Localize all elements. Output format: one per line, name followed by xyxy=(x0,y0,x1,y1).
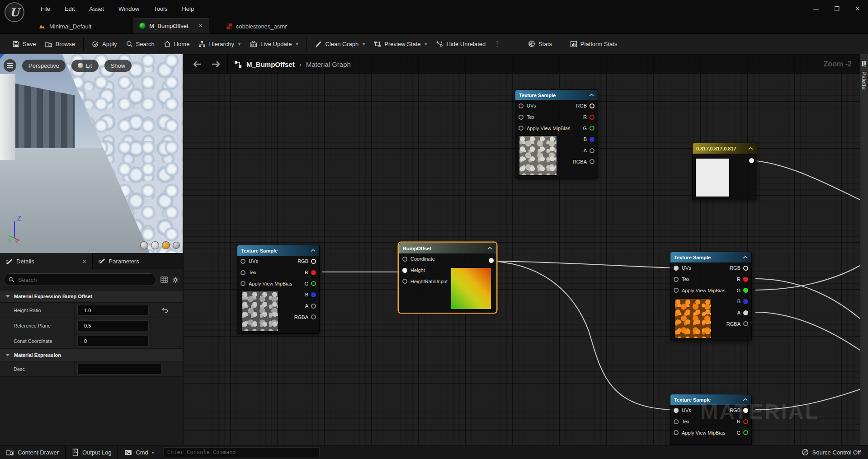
home-button[interactable]: Home xyxy=(159,38,194,50)
pin-uvs-input[interactable] xyxy=(674,408,679,413)
node-header[interactable]: 0.817,0.817,0.817 xyxy=(693,143,757,154)
pin-uvs-input[interactable] xyxy=(519,103,524,108)
pin-rgb-output[interactable] xyxy=(743,408,748,413)
pin-tex-input[interactable] xyxy=(241,270,245,275)
pin-height-input[interactable] xyxy=(402,268,407,273)
pin-b-output[interactable] xyxy=(743,299,748,304)
pin-r-output[interactable] xyxy=(743,277,748,282)
pin-a-output[interactable] xyxy=(311,304,316,309)
reference-plane-input[interactable]: 0.5 xyxy=(77,320,149,331)
height-ratio-input[interactable]: 1.0 xyxy=(77,305,149,316)
cylinder-shape-button[interactable] xyxy=(140,241,148,249)
perspective-button[interactable]: Perspective xyxy=(22,60,66,72)
pin-coordinate-input[interactable] xyxy=(402,257,407,262)
collapse-chevron-icon[interactable] xyxy=(487,247,492,250)
preview-viewport[interactable]: Perspective Lit Show Z y x xyxy=(0,54,183,253)
show-button[interactable]: Show xyxy=(104,60,132,72)
display-filter-icon[interactable] xyxy=(160,276,168,283)
pin-rgba-output[interactable] xyxy=(311,314,316,319)
pin-rgb-output[interactable] xyxy=(743,266,748,271)
details-close-icon[interactable]: ✕ xyxy=(82,258,86,265)
collapse-chevron-icon[interactable] xyxy=(589,94,594,97)
pin-result-output[interactable] xyxy=(489,258,494,263)
nav-forward-button[interactable] xyxy=(207,61,225,67)
unreal-logo-icon[interactable]: U xyxy=(5,2,24,22)
node-header[interactable]: Texture Sample xyxy=(670,252,751,262)
pin-g-output[interactable] xyxy=(743,288,748,293)
menu-asset[interactable]: Asset xyxy=(84,4,109,14)
pin-r-output[interactable] xyxy=(590,115,594,120)
source-control-button[interactable]: Source Control Off xyxy=(802,449,868,456)
hide-unrelated-button[interactable]: Hide Unrelated xyxy=(431,38,490,50)
hierarchy-button[interactable]: Hierarchy ▾ xyxy=(194,38,245,50)
pin-value-output[interactable] xyxy=(749,158,754,163)
pin-rgb-output[interactable] xyxy=(311,259,316,264)
tab-close-icon[interactable]: ✕ xyxy=(198,23,203,29)
live-update-button[interactable]: Live Update ▾ xyxy=(245,38,302,50)
desc-input[interactable] xyxy=(77,364,161,375)
node-header[interactable]: Texture Sample xyxy=(670,394,751,405)
preview-state-button[interactable]: Preview State ▾ xyxy=(369,38,431,50)
collapse-chevron-icon[interactable] xyxy=(743,256,748,259)
node-header[interactable]: BumpOffset xyxy=(399,243,496,253)
palette-tab[interactable]: Palette xyxy=(861,71,868,89)
pin-tex-input[interactable] xyxy=(674,277,679,282)
pin-rgb-output[interactable] xyxy=(590,103,594,108)
tab-m-bumpoffset[interactable]: M_BumpOffset ✕ xyxy=(133,18,209,33)
section-material-expression[interactable]: Material Expression xyxy=(0,349,183,361)
tab-cobblestones-asmr[interactable]: cobblestones_asmr xyxy=(220,19,293,33)
sphere-shape-button[interactable] xyxy=(151,241,159,249)
search-button[interactable]: Search xyxy=(122,38,159,50)
node-header[interactable]: Texture Sample xyxy=(515,90,598,100)
console-command-input[interactable] xyxy=(163,447,320,457)
breadcrumb-material-graph[interactable]: Material Graph xyxy=(306,61,351,68)
close-button[interactable]: ✕ xyxy=(847,2,868,15)
tab-parameters[interactable]: Parameters xyxy=(92,253,183,269)
content-drawer-button[interactable]: Content Drawer xyxy=(0,445,65,459)
node-bumpoffset[interactable]: BumpOffset Coordinate Height HeightRatio… xyxy=(399,243,496,313)
menu-window[interactable]: Window xyxy=(113,4,145,14)
browse-button[interactable]: Browse xyxy=(41,38,80,50)
menu-edit[interactable]: Edit xyxy=(59,4,80,14)
pin-tex-input[interactable] xyxy=(519,115,524,120)
apply-button[interactable]: Apply xyxy=(87,38,122,50)
output-log-button[interactable]: Output Log xyxy=(66,445,118,459)
pin-mipbias-input[interactable] xyxy=(674,430,679,435)
node-texture-sample-color[interactable]: Texture Sample UVs Tex Apply View MipBia… xyxy=(670,252,752,341)
details-search-box[interactable] xyxy=(4,273,156,286)
save-button[interactable]: Save xyxy=(8,38,41,50)
pin-uvs-input[interactable] xyxy=(241,259,245,264)
pin-r-output[interactable] xyxy=(311,270,316,275)
pin-b-output[interactable] xyxy=(311,292,316,297)
breadcrumb-material[interactable]: M_BumpOffset xyxy=(246,61,295,68)
pin-tex-input[interactable] xyxy=(674,419,679,424)
pin-g-output[interactable] xyxy=(743,430,748,435)
menu-file[interactable]: File xyxy=(35,4,56,14)
pin-mipbias-input[interactable] xyxy=(519,126,524,131)
plane-shape-button[interactable] xyxy=(162,241,170,249)
stats-button[interactable]: Stats xyxy=(524,37,557,50)
nav-back-button[interactable] xyxy=(189,61,207,67)
menu-help[interactable]: Help xyxy=(176,4,199,14)
pin-b-output[interactable] xyxy=(590,137,594,142)
clean-graph-button[interactable]: Clean Graph ▾ xyxy=(311,38,370,50)
material-graph-canvas[interactable]: MATERIAL Texture Sample UVs Tex Apply Vi… xyxy=(183,54,860,445)
pin-heightratio-input[interactable] xyxy=(402,279,407,284)
maximize-button[interactable]: ❐ xyxy=(826,2,847,15)
menu-tools[interactable]: Tools xyxy=(148,4,173,14)
pin-a-output[interactable] xyxy=(743,310,748,315)
pin-a-output[interactable] xyxy=(590,148,594,153)
pin-mipbias-input[interactable] xyxy=(674,288,679,293)
details-search-input[interactable] xyxy=(18,276,151,283)
tab-details[interactable]: Details ✕ xyxy=(0,253,92,269)
pin-g-output[interactable] xyxy=(311,281,316,286)
node-texture-sample-top[interactable]: Texture Sample UVs Tex Apply View MipBia… xyxy=(515,89,598,178)
node-texture-sample-bottom[interactable]: Texture Sample UVs Tex Apply View MipBia… xyxy=(670,394,752,445)
collapse-chevron-icon[interactable] xyxy=(311,249,316,252)
lit-button[interactable]: Lit xyxy=(71,60,99,72)
const-coordinate-input[interactable]: 0 xyxy=(77,336,149,347)
pin-uvs-input[interactable] xyxy=(674,266,679,271)
collapse-chevron-icon[interactable] xyxy=(743,398,748,401)
node-header[interactable]: Texture Sample xyxy=(237,245,319,256)
section-material-expression-bump-offset[interactable]: Material Expression Bump Offset xyxy=(0,290,183,303)
